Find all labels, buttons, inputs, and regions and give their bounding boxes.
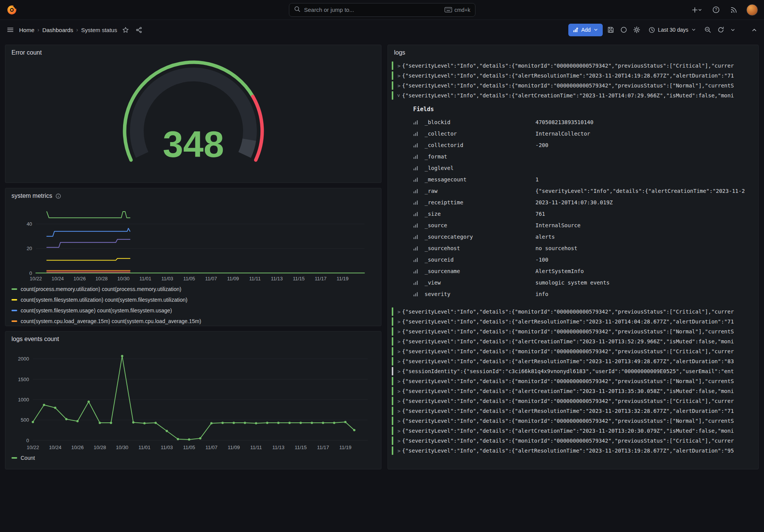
chevron-right-icon[interactable]: > xyxy=(396,418,402,424)
user-avatar[interactable] xyxy=(746,4,758,16)
log-row[interactable]: >{"severityLevel":"Info","details":{"mon… xyxy=(391,61,754,71)
field-name: _raw xyxy=(425,188,535,194)
new-menu-button[interactable] xyxy=(690,5,703,15)
svg-text:10/22: 10/22 xyxy=(30,276,42,281)
log-severity-bar xyxy=(392,397,393,405)
field-stats-icon[interactable] xyxy=(413,200,419,205)
legend-item[interactable]: count(system.filesystem.utilization) cou… xyxy=(11,294,375,305)
chevron-right-icon[interactable]: > xyxy=(396,349,402,354)
field-stats-icon[interactable] xyxy=(413,212,419,217)
search-input[interactable] xyxy=(304,6,441,13)
log-row[interactable]: >{"severityLevel":"Info","details":{"ale… xyxy=(391,71,754,81)
field-stats-icon[interactable] xyxy=(413,269,419,274)
field-stats-icon[interactable] xyxy=(413,292,419,297)
chevron-right-icon[interactable]: > xyxy=(396,83,402,89)
chevron-right-icon[interactable]: > xyxy=(396,378,402,384)
field-stats-icon[interactable] xyxy=(413,223,419,228)
field-stats-icon[interactable] xyxy=(413,246,419,251)
field-row: _sourcecategoryalerts xyxy=(413,231,754,243)
field-stats-icon[interactable] xyxy=(413,189,419,194)
chevron-right-icon[interactable]: > xyxy=(396,369,402,374)
time-range-picker[interactable]: Last 30 days xyxy=(645,24,700,36)
dashboard-insights-button[interactable] xyxy=(619,25,629,35)
legend-item[interactable]: count(process.memory.utilization) count(… xyxy=(11,284,375,294)
help-button[interactable]: ? xyxy=(711,5,721,15)
save-dashboard-button[interactable] xyxy=(606,25,616,35)
chevron-right-icon[interactable]: > xyxy=(396,388,402,394)
field-stats-icon[interactable] xyxy=(413,120,419,125)
field-stats-icon[interactable] xyxy=(413,143,419,148)
field-name: _sourcehost xyxy=(425,245,535,251)
field-stats-icon[interactable] xyxy=(413,280,419,285)
refresh-interval-dropdown[interactable] xyxy=(729,26,737,34)
news-button[interactable] xyxy=(729,5,739,15)
mega-menu-toggle[interactable] xyxy=(5,25,15,35)
breadcrumb: Home › Dashboards › System status xyxy=(19,27,117,33)
chevron-right-icon[interactable]: > xyxy=(396,73,402,79)
chevron-right-icon[interactable]: > xyxy=(396,63,402,69)
panel-logs: logs >{"severityLevel":"Info","details":… xyxy=(388,45,759,469)
legend-item-label: count(system.filesystem.usage) count(sys… xyxy=(21,307,172,314)
svg-text:11/07: 11/07 xyxy=(205,445,217,450)
log-row[interactable]: >{"severityLevel":"Info","details":{"mon… xyxy=(391,346,754,356)
chevron-right-icon[interactable]: > xyxy=(396,398,402,404)
log-row[interactable]: >{"severityLevel":"Info","details":{"ale… xyxy=(391,386,754,396)
legend-item[interactable]: Count xyxy=(11,453,375,463)
log-row[interactable]: >{"severityLevel":"Info","details":{"mon… xyxy=(391,327,754,336)
log-row[interactable]: >{"severityLevel":"Info","details":{"ale… xyxy=(391,446,754,456)
field-stats-icon[interactable] xyxy=(413,177,419,182)
log-row[interactable]: >{"severityLevel":"Info","details":{"ale… xyxy=(391,426,754,436)
log-row[interactable]: >{"severityLevel":"Info","details":{"mon… xyxy=(391,436,754,446)
chevron-down-icon[interactable]: > xyxy=(396,93,402,99)
log-fields-block: Fields_blockid470508213893510140_collect… xyxy=(413,106,754,300)
chevron-right-icon[interactable]: > xyxy=(396,408,402,414)
log-row[interactable]: >{"severityLevel":"Info","details":{"mon… xyxy=(391,81,754,91)
breadcrumb-home[interactable]: Home xyxy=(19,27,34,33)
field-row: _messagecount1 xyxy=(413,174,754,185)
chevron-right-icon[interactable]: > xyxy=(396,319,402,325)
legend-item[interactable]: count(system.filesystem.usage) count(sys… xyxy=(11,305,375,316)
field-stats-icon[interactable] xyxy=(413,166,419,171)
panel-header[interactable]: Error count xyxy=(5,45,381,58)
chevron-down-icon xyxy=(730,27,735,32)
chevron-right-icon[interactable]: > xyxy=(396,309,402,315)
chevron-right-icon[interactable]: > xyxy=(396,448,402,454)
chevron-right-icon[interactable]: > xyxy=(396,438,402,444)
log-row[interactable]: >{"sessionIdentity":{"sessionId":"c3ci66… xyxy=(391,366,754,376)
panel-header[interactable]: system metrics xyxy=(5,188,381,202)
field-value: -200 xyxy=(535,142,754,148)
chevron-right-icon[interactable]: > xyxy=(396,428,402,434)
circle-icon xyxy=(620,26,627,33)
log-row[interactable]: >{"severityLevel":"Info","details":{"ale… xyxy=(391,356,754,366)
legend-item[interactable]: count(system.cpu.load_average.15m) count… xyxy=(11,316,375,326)
field-stats-icon[interactable] xyxy=(413,234,419,239)
chevron-right-icon[interactable]: > xyxy=(396,339,402,344)
field-stats-icon[interactable] xyxy=(413,154,419,159)
panel-header[interactable]: logs xyxy=(388,45,758,58)
log-row[interactable]: >{"severityLevel":"Info","details":{"ale… xyxy=(391,406,754,416)
add-button[interactable]: Add xyxy=(568,24,603,36)
global-search[interactable]: cmd+k xyxy=(289,3,475,17)
log-row[interactable]: >{"severityLevel":"Info","details":{"ale… xyxy=(391,317,754,327)
log-row[interactable]: >{"severityLevel":"Info","details":{"ale… xyxy=(391,91,754,100)
log-row[interactable]: >{"severityLevel":"Info","details":{"mon… xyxy=(391,307,754,317)
field-stats-icon[interactable] xyxy=(413,257,419,262)
log-row[interactable]: >{"severityLevel":"Info","details":{"ale… xyxy=(391,336,754,346)
field-stats-icon[interactable] xyxy=(413,131,419,136)
zoom-out-button[interactable] xyxy=(703,25,713,35)
log-row[interactable]: >{"severityLevel":"Info","details":{"mon… xyxy=(391,396,754,406)
dashboard-settings-button[interactable] xyxy=(632,25,642,35)
favorite-button[interactable] xyxy=(121,25,130,35)
chevron-right-icon[interactable]: > xyxy=(396,359,402,364)
breadcrumb-dashboards[interactable]: Dashboards xyxy=(42,27,73,33)
log-row[interactable]: >{"severityLevel":"Info","details":{"mon… xyxy=(391,376,754,386)
scroll-to-top-button[interactable] xyxy=(750,26,759,34)
grafana-logo[interactable] xyxy=(6,4,18,16)
share-button[interactable] xyxy=(134,25,144,35)
info-icon[interactable] xyxy=(55,193,61,199)
chevron-right-icon[interactable]: > xyxy=(396,329,402,335)
refresh-button[interactable] xyxy=(716,25,726,35)
plus-icon xyxy=(692,6,702,13)
log-row[interactable]: >{"severityLevel":"Info","details":{"mon… xyxy=(391,416,754,426)
panel-header[interactable]: logs events count xyxy=(5,331,381,345)
